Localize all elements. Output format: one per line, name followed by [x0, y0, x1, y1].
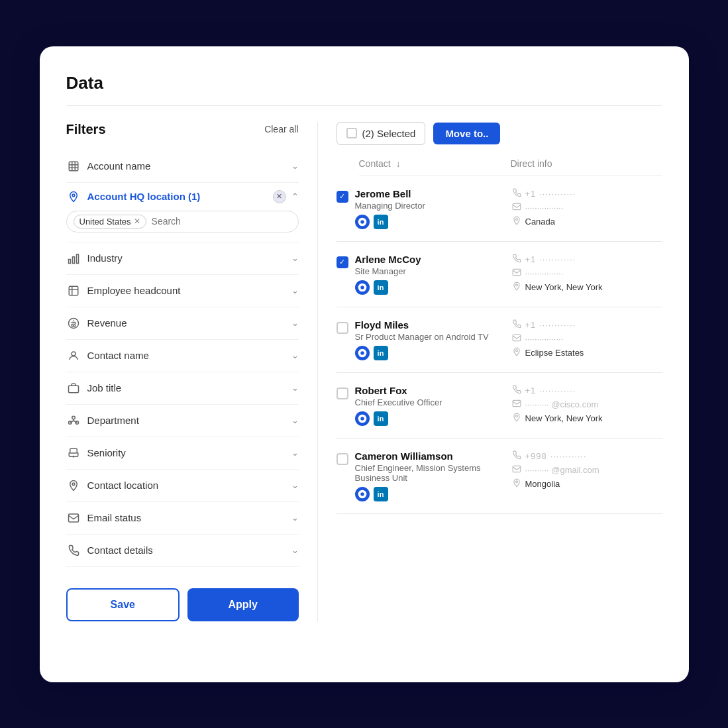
location-value: Eclipse Estates	[525, 348, 584, 358]
email-value: ·········· @gmail.com	[525, 465, 599, 475]
phone-row: +998 ············	[512, 450, 662, 462]
phone-small-icon	[512, 385, 521, 396]
chevron-down-icon: ⌄	[291, 480, 299, 490]
filter-department[interactable]: Department ⌄	[66, 405, 299, 437]
contact-info: Cameron Williamson Chief Engineer, Missi…	[355, 450, 505, 501]
person-icon	[66, 348, 81, 363]
contact-icons: in	[355, 346, 505, 360]
svg-point-29	[515, 480, 517, 482]
phone-row: +1 ············	[512, 319, 662, 331]
right-panel: (2) Selected Move to.. Contact ↓ Direct …	[318, 122, 662, 621]
contact-info: Robert Fox Chief Executive Officer in	[355, 385, 505, 426]
crm-icon[interactable]	[355, 411, 370, 426]
contact-name: Cameron Williamson	[355, 450, 505, 462]
chevron-down-icon: ⌄	[291, 253, 299, 263]
direct-info: +1 ············ ················ Canada	[512, 188, 662, 227]
page-title: Data	[66, 73, 662, 93]
linkedin-icon[interactable]: in	[374, 487, 388, 501]
filters-header: Filters Clear all	[66, 122, 299, 137]
contact-title: Chief Engineer, Mission Systems Business…	[355, 463, 505, 483]
contact-checkbox[interactable]	[337, 322, 348, 334]
col-direct-header: Direct info	[511, 158, 662, 169]
chevron-down-icon: ⌄	[291, 161, 299, 171]
email-row: ················	[512, 268, 662, 279]
location-small-icon	[512, 413, 521, 424]
linkedin-icon[interactable]: in	[374, 280, 388, 295]
mail-small-icon	[512, 399, 521, 410]
hq-tag-input[interactable]: United States ✕	[66, 211, 299, 233]
svg-rect-19	[513, 269, 521, 275]
filter-account-name[interactable]: Account name ⌄	[66, 150, 299, 183]
location-small-icon	[512, 282, 521, 293]
contact-checkbox[interactable]: ✓	[337, 191, 348, 203]
tag-remove-button[interactable]: ✕	[134, 217, 140, 226]
industry-label: Industry	[87, 252, 291, 264]
tag-label: United States	[79, 217, 131, 227]
contact-row: Floyd Miles Sr Product Manager on Androi…	[337, 307, 662, 373]
linkedin-icon[interactable]: in	[374, 215, 388, 229]
contact-icons: in	[355, 280, 505, 295]
phone-small-icon	[512, 450, 521, 462]
phone-row: +1 ············	[512, 188, 662, 199]
hq-search-input[interactable]	[152, 216, 268, 227]
us-tag: United States ✕	[74, 215, 146, 229]
mail-small-icon	[512, 464, 521, 476]
filter-contact-name[interactable]: Contact name ⌄	[66, 340, 299, 372]
direct-info: +1 ············ ·········· @cisco.com Ne…	[512, 385, 662, 424]
filter-employee-headcount[interactable]: Employee headcount ⌄	[66, 275, 299, 307]
crm-icon[interactable]	[355, 487, 370, 501]
clear-hq-button[interactable]: ✕	[273, 190, 286, 203]
contact-checkbox[interactable]: ✓	[337, 256, 348, 268]
crm-icon[interactable]	[355, 346, 370, 360]
left-panel: Filters Clear all Account name ⌄ Account…	[66, 122, 318, 621]
contact-checkbox[interactable]	[337, 388, 348, 399]
location-value: Mongolia	[525, 479, 560, 489]
chevron-down-icon: ⌄	[291, 383, 299, 393]
mail-icon	[66, 511, 81, 525]
phone-row: +1 ············	[512, 254, 662, 265]
contact-title: Managing Director	[355, 201, 505, 211]
filter-revenue[interactable]: Revenue ⌄	[66, 307, 299, 340]
location-value: New York, New York	[525, 413, 603, 423]
linkedin-icon[interactable]: in	[374, 411, 388, 426]
filter-job-title[interactable]: Job title ⌄	[66, 372, 299, 405]
location-row: Canada	[512, 216, 662, 227]
selected-badge[interactable]: (2) Selected	[337, 122, 426, 145]
linkedin-icon[interactable]: in	[374, 346, 388, 360]
seniority-label: Seniority	[87, 447, 291, 458]
filter-industry[interactable]: Industry ⌄	[66, 242, 299, 275]
apply-button[interactable]: Apply	[187, 588, 299, 621]
contact-row: Robert Fox Chief Executive Officer in +1…	[337, 373, 662, 439]
chevron-down-icon: ⌄	[291, 415, 299, 425]
move-to-button[interactable]: Move to..	[433, 123, 500, 144]
save-button[interactable]: Save	[66, 588, 180, 621]
contact-name: Jerome Bell	[355, 188, 505, 199]
hq-header: Account HQ location (1) ✕ ⌃	[66, 189, 299, 204]
crm-icon[interactable]	[355, 215, 370, 229]
clear-all-button[interactable]: Clear all	[264, 124, 298, 134]
hq-location-label: Account HQ location (1)	[87, 191, 273, 202]
title-divider	[66, 105, 662, 106]
revenue-label: Revenue	[87, 317, 291, 329]
filter-email-status[interactable]: Email status ⌄	[66, 502, 299, 535]
select-all-checkbox[interactable]	[346, 128, 357, 138]
location-small-icon	[512, 216, 521, 227]
filter-contact-location[interactable]: Contact location ⌄	[66, 470, 299, 502]
crm-icon[interactable]	[355, 280, 370, 295]
email-row: ·········· @cisco.com	[512, 399, 662, 410]
svg-rect-2	[68, 259, 70, 263]
contact-row: ✓ Arlene McCoy Site Manager in +1 ······…	[337, 242, 662, 307]
filter-hq-location: Account HQ location (1) ✕ ⌃ United State…	[66, 183, 299, 242]
phone-icon	[66, 543, 81, 558]
contact-checkbox[interactable]	[337, 453, 348, 465]
group-icon	[66, 413, 81, 428]
contact-row: Cameron Williamson Chief Engineer, Missi…	[337, 439, 662, 514]
contact-info: Jerome Bell Managing Director in	[355, 188, 505, 229]
filter-contact-details[interactable]: Contact details ⌄	[66, 535, 299, 567]
chevron-down-icon: ⌄	[291, 286, 299, 295]
chevron-down-icon: ⌄	[291, 448, 299, 458]
filter-seniority[interactable]: Seniority ⌄	[66, 437, 299, 470]
email-status-label: Email status	[87, 512, 291, 523]
building-icon	[66, 159, 81, 174]
svg-point-20	[515, 284, 517, 286]
